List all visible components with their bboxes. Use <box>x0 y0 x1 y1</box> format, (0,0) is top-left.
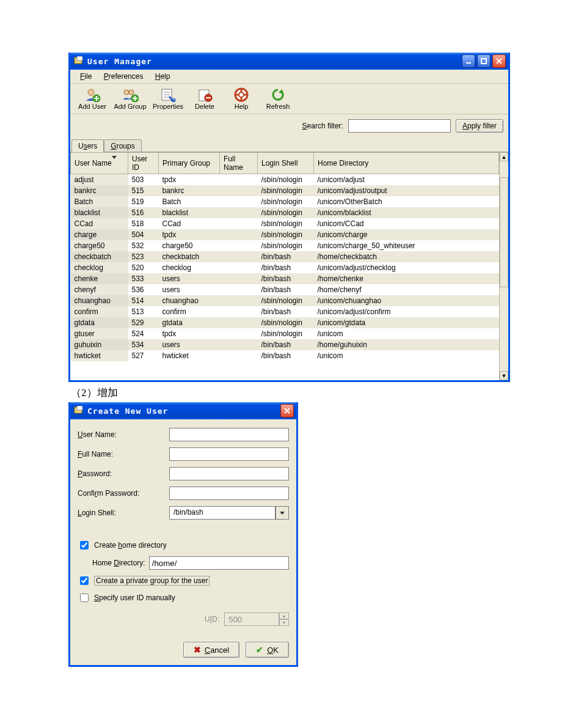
col-primary-group[interactable]: Primary Group <box>159 153 220 174</box>
table-row[interactable]: adjust503tpdx/sbin/nologin/unicom/adjust <box>71 174 508 186</box>
ok-icon: ✔ <box>256 645 263 655</box>
scroll-down-icon[interactable]: ▼ <box>500 371 508 380</box>
dialog-titlebar[interactable]: Create New User <box>70 402 296 419</box>
window-title: User Manager <box>87 57 152 66</box>
add-group-button[interactable]: Add Group <box>111 86 150 111</box>
search-filter-input[interactable] <box>348 119 451 133</box>
help-icon <box>224 87 258 103</box>
table-row[interactable]: chenke533users/bin/bash/home/chenke <box>71 273 508 284</box>
uid-input <box>224 612 279 626</box>
properties-icon <box>151 87 185 103</box>
maximize-button[interactable] <box>477 54 491 68</box>
add-user-icon <box>75 87 109 103</box>
svg-rect-2 <box>466 62 471 64</box>
filter-bar: Search filter: Apply filter <box>70 114 508 139</box>
table-row[interactable]: chuanghao514chuanghao/sbin/nologin/unico… <box>71 295 508 306</box>
svg-point-11 <box>129 90 134 95</box>
section-caption: （2）增加 <box>68 382 562 402</box>
tab-users[interactable]: Users <box>71 139 104 152</box>
confirm-password-input[interactable] <box>169 487 289 500</box>
table-header-row: User Name User ID Primary Group Full Nam… <box>71 153 508 174</box>
table-row[interactable]: guhuixin534users/bin/bash/home/guhuixin <box>71 339 508 350</box>
menu-file[interactable]: File <box>75 71 97 82</box>
login-shell-select[interactable]: /bin/bash <box>169 506 289 520</box>
delete-icon <box>188 87 222 103</box>
home-directory-input[interactable] <box>149 556 289 570</box>
menu-help[interactable]: Help <box>150 71 175 82</box>
cancel-icon: ✖ <box>194 645 201 655</box>
fullname-label: Full Name: <box>78 450 169 458</box>
table-row[interactable]: gtuser524tpdx/sbin/nologin/unicom <box>71 328 508 339</box>
dialog-icon <box>74 406 84 416</box>
table-row[interactable]: bankrc515bankrc/sbin/nologin/unicom/adju… <box>71 185 508 196</box>
password-input[interactable] <box>169 467 289 480</box>
uid-spinner: ▲ ▼ <box>224 612 289 626</box>
table-row[interactable]: checklog520checklog/bin/bash/unicom/adju… <box>71 262 508 273</box>
refresh-button[interactable]: Refresh <box>260 86 296 111</box>
dialog-close-button[interactable] <box>280 404 294 417</box>
app-icon <box>74 56 84 66</box>
username-label: User Name: <box>78 430 169 439</box>
password-label: Password: <box>78 469 169 478</box>
table-row[interactable]: charge50532charge50/sbin/nologin/unicom/… <box>71 240 508 251</box>
col-login-shell[interactable]: Login Shell <box>258 153 314 174</box>
scrollbar[interactable]: ▲ ▼ <box>499 152 508 380</box>
svg-rect-3 <box>481 59 486 64</box>
home-directory-label: Home Directory: <box>92 559 145 567</box>
apply-filter-button[interactable]: Apply filter <box>456 119 503 133</box>
svg-point-10 <box>124 90 129 95</box>
refresh-icon <box>261 87 295 103</box>
user-table: User Name User ID Primary Group Full Nam… <box>70 152 508 380</box>
add-group-icon <box>112 87 148 103</box>
scrollbar-thumb[interactable] <box>500 177 508 287</box>
toolbar: Add User Add Group Properties Delete Hel… <box>70 84 508 114</box>
svg-point-6 <box>88 89 94 95</box>
specify-uid-label: Specify user ID manually <box>94 594 175 602</box>
chevron-down-icon[interactable] <box>276 506 289 520</box>
create-user-dialog: Create New User User Name: Full Name: Pa… <box>68 402 298 667</box>
table-row[interactable]: chenyf536users/bin/bash/home/chenyf <box>71 284 508 295</box>
delete-button[interactable]: Delete <box>186 86 223 111</box>
help-button[interactable]: Help <box>223 86 260 111</box>
private-group-checkbox[interactable] <box>80 576 89 585</box>
col-home-directory[interactable]: Home Directory <box>314 153 499 174</box>
fullname-input[interactable] <box>169 447 289 461</box>
properties-button[interactable]: Properties <box>150 86 186 111</box>
create-home-label: Create home directory <box>94 541 167 550</box>
table-row[interactable]: blacklist516blacklist/sbin/nologin/unico… <box>71 207 508 218</box>
add-user-button[interactable]: Add User <box>74 86 111 111</box>
svg-rect-1 <box>77 56 82 61</box>
create-home-checkbox[interactable] <box>80 541 89 550</box>
table-row[interactable]: charge504tpdx/sbin/nologin/unicom/charge <box>71 229 508 240</box>
login-shell-label: Login Shell: <box>78 509 169 517</box>
svg-marker-29 <box>279 89 283 94</box>
col-user-id[interactable]: User ID <box>128 153 159 174</box>
table-row[interactable]: CCad518CCad/sbin/nologin/unicom/CCad <box>71 218 508 229</box>
uid-down-icon: ▼ <box>279 619 289 626</box>
table-row[interactable]: hwticket527hwticket/bin/bash/unicom <box>71 350 508 361</box>
table-row[interactable]: gtdata529gtdata/sbin/nologin/unicom/gtda… <box>71 317 508 328</box>
svg-point-24 <box>239 92 244 97</box>
table-row[interactable]: Batch519Batch/sbin/nologin/unicom/OtherB… <box>71 196 508 207</box>
close-button[interactable] <box>492 54 506 68</box>
scroll-up-icon[interactable]: ▲ <box>500 152 508 161</box>
user-manager-window: User Manager File Preferences Help Add U… <box>68 53 510 382</box>
specify-uid-checkbox[interactable] <box>80 594 89 602</box>
titlebar[interactable]: User Manager <box>70 53 508 70</box>
col-full-name[interactable]: Full Name <box>220 153 258 174</box>
uid-up-icon: ▲ <box>279 612 289 619</box>
minimize-button[interactable] <box>462 54 475 68</box>
col-user-name[interactable]: User Name <box>71 153 128 174</box>
ok-button[interactable]: ✔ OK <box>246 642 289 658</box>
tab-groups[interactable]: Groups <box>104 139 141 152</box>
uid-label: UID: <box>205 615 219 623</box>
menu-preferences[interactable]: Preferences <box>99 71 148 82</box>
svg-rect-31 <box>77 406 82 410</box>
menubar: File Preferences Help <box>70 70 508 84</box>
private-group-label: Create a private group for the user <box>94 576 210 586</box>
username-input[interactable] <box>169 428 289 441</box>
table-row[interactable]: confirm513confirm/bin/bash/unicom/adjust… <box>71 306 508 317</box>
cancel-button[interactable]: ✖ Cancel <box>183 642 239 658</box>
svg-rect-22 <box>206 97 211 98</box>
table-row[interactable]: checkbatch523checkbatch/bin/bash/home/ch… <box>71 251 508 262</box>
